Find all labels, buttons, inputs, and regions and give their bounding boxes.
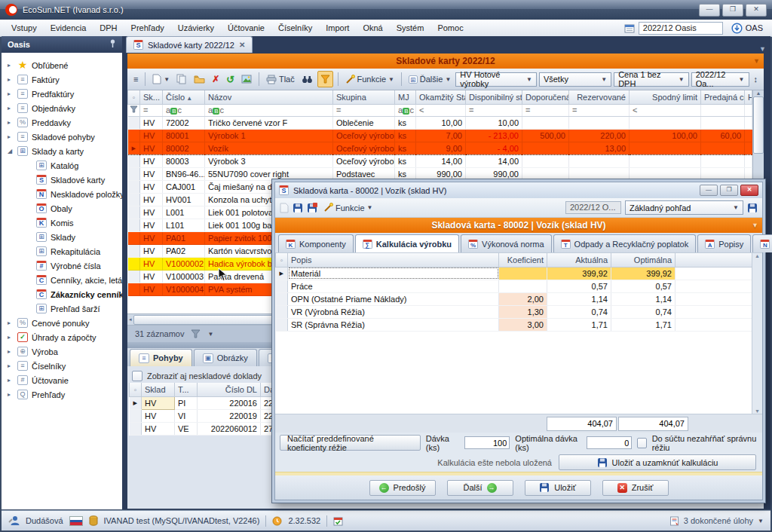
table-row[interactable]: OPN (Ostatné Priame Náklady)2,001,141,14 xyxy=(276,292,752,305)
save-button[interactable]: Uložiť xyxy=(525,480,591,496)
tab-komponenty[interactable]: KKomponenty xyxy=(278,234,354,252)
menu-účtovanie[interactable]: Účtovanie xyxy=(221,22,271,34)
filter-cell[interactable]: < xyxy=(630,104,701,116)
dialog-close-button[interactable]: ✕ xyxy=(740,185,758,196)
tree-expand-icon[interactable]: ▸ xyxy=(8,391,14,398)
menu-evidencia[interactable]: Evidencia xyxy=(44,22,93,34)
print-button[interactable]: Tlač xyxy=(264,72,297,87)
table-row[interactable]: HV80003Výrobok 3Oceľový výrobokks14,0014… xyxy=(128,154,752,167)
column-header-číslo[interactable]: Číslo ▲ xyxy=(163,90,205,104)
column-header-optimálna[interactable]: Optimálna xyxy=(611,253,676,267)
tab-netbiz[interactable]: NNetBiz xyxy=(752,234,772,252)
davka-input[interactable] xyxy=(464,436,510,449)
pin-icon[interactable] xyxy=(109,39,116,50)
menu-uzávierky[interactable]: Uzávierky xyxy=(171,22,221,34)
column-header-číslo-dl[interactable]: Číslo DL xyxy=(198,383,261,396)
column-options-button[interactable]: ↕ xyxy=(752,72,761,87)
toolbar-period-select[interactable]: 2022/12 Oa...▼ xyxy=(691,72,749,87)
sidebar-item-účtovanie[interactable]: ▸#Účtovanie xyxy=(2,373,122,387)
menu-systém[interactable]: Systém xyxy=(390,22,431,34)
sidebar-item-prehľad-šarží[interactable]: ⊞Prehľad šarží xyxy=(2,301,122,316)
tree-expand-icon[interactable]: ◢ xyxy=(8,148,14,154)
cell-popis[interactable]: OPN (Ostatné Priame Náklady) xyxy=(288,292,499,305)
sidebar-item-výroba[interactable]: ▸⊕Výroba xyxy=(2,344,122,359)
sidebar-item-zákaznícky-cenník[interactable]: CZákaznícky cenník xyxy=(2,287,122,301)
table-row[interactable]: HV80001Výrobok 1Oceľový výrobokks7,00- 2… xyxy=(128,129,752,142)
tree-expand-icon[interactable]: ▸ xyxy=(8,133,14,140)
dialog-maximize-button[interactable]: ❐ xyxy=(720,185,738,196)
cell-koeficient[interactable]: 1,30 xyxy=(499,305,547,318)
menu-dph[interactable]: DPH xyxy=(93,22,124,34)
show-nonstock-checkbox[interactable] xyxy=(132,371,142,381)
save-close-icon[interactable] xyxy=(307,203,317,213)
save-view-icon[interactable] xyxy=(747,203,758,213)
filter-cell[interactable]: aBc xyxy=(205,104,333,116)
sidebar-item-katal-g[interactable]: ⊞Katalóg xyxy=(2,158,122,173)
dialog-minimize-button[interactable]: — xyxy=(700,185,718,196)
tab-pohyby[interactable]: ≡Pohyby xyxy=(130,349,192,366)
filter-cell[interactable] xyxy=(701,104,745,116)
filter-funnel-icon[interactable] xyxy=(191,329,201,338)
sidebar-item-objednávky[interactable]: ▸≡Objednávky xyxy=(2,101,122,115)
tab-skladove-karty[interactable]: S Skladové karty 2022/12 ✕ xyxy=(126,36,253,53)
load-coefficients-button[interactable]: Načítať preddefinované koeficienty réžie xyxy=(280,435,421,451)
column-header-sklad[interactable]: Sklad xyxy=(142,383,175,396)
tree-expand-icon[interactable]: ▸ xyxy=(8,348,14,355)
copy-record-button[interactable] xyxy=(174,72,189,87)
cell-popis[interactable]: Materiál xyxy=(288,267,499,280)
sidebar-item-cenové-ponuky[interactable]: ▸%Cenové ponuky xyxy=(2,316,122,330)
menu-číselníky[interactable]: Číselníky xyxy=(271,22,319,34)
warehouse-select[interactable]: HV Hotové výrobky▼ xyxy=(455,72,537,87)
category-select[interactable]: Všetky▼ xyxy=(539,72,611,87)
filter-cell[interactable]: = xyxy=(333,104,395,116)
sidebar-item-neskladové-položky[interactable]: NNeskladové položky xyxy=(2,187,122,201)
menu-import[interactable]: Import xyxy=(319,22,356,34)
sidebar-item-faktúry[interactable]: ▸≡Faktúry xyxy=(2,72,122,87)
maximize-button[interactable]: ❐ xyxy=(722,4,743,17)
refresh-button[interactable]: ↺ xyxy=(224,72,237,87)
tree-expand-icon[interactable]: ▸ xyxy=(8,105,14,112)
funkcie-button[interactable]: Funkcie▼ xyxy=(343,72,397,87)
filter-button[interactable] xyxy=(317,71,333,87)
table-row[interactable]: ▸HV80002VozíkOceľový výrobokks9,00- 4,00… xyxy=(128,142,752,154)
column-header-predajná-cena[interactable]: Predajná cena xyxy=(701,90,745,104)
tree-expand-icon[interactable]: ▸ xyxy=(8,119,14,126)
filter-cell[interactable]: = xyxy=(569,104,630,116)
table-row[interactable]: VR (Výrobná Réžia)1,300,740,74 xyxy=(276,305,752,318)
table-row[interactable]: SR (Správna Réžia)3,001,711,71 xyxy=(276,318,752,331)
column-header-okamžitý-stav[interactable]: Okamžitý Stav xyxy=(416,90,466,104)
view-select[interactable]: Základný pohľad▼ xyxy=(625,200,743,215)
search-button[interactable] xyxy=(299,72,315,87)
column-header-disponibilný-stav[interactable]: Disponibilný stav xyxy=(466,90,522,104)
banner-chevron-icon[interactable]: ▼ xyxy=(752,222,758,229)
tree-expand-icon[interactable]: ▸ xyxy=(8,320,14,326)
column-header-sk[interactable]: Sk... xyxy=(140,90,163,104)
sidebar-item-obľúbené[interactable]: ▸★Obľúbené xyxy=(2,58,122,72)
filter-dropdown-icon[interactable]: ▼ xyxy=(207,331,213,338)
sidebar-item-prehľady[interactable]: ▸QPrehľady xyxy=(2,387,122,402)
cell-popis[interactable]: VR (Výrobná Réžia) xyxy=(288,305,499,318)
sidebar-item-skladové-karty[interactable]: SSkladové karty xyxy=(2,173,122,187)
filter-cell[interactable]: aBc xyxy=(163,104,205,116)
save-icon[interactable] xyxy=(293,203,303,213)
close-button[interactable]: ✕ xyxy=(746,4,767,17)
sidebar-item-rekapitulácia[interactable]: ⊞Rekapitulácia xyxy=(2,244,122,258)
new-document-icon[interactable] xyxy=(280,203,289,213)
tree-expand-icon[interactable]: ▸ xyxy=(8,62,14,69)
cell-popis[interactable]: SR (Správna Réžia) xyxy=(288,318,499,331)
dalsie-button[interactable]: ⊞ Ďalšie▼ xyxy=(406,72,454,87)
sidebar-item-číselníky[interactable]: ▸≡Číselníky xyxy=(2,359,122,373)
column-header-rezervované[interactable]: Rezervované xyxy=(569,90,630,104)
delete-record-button[interactable]: ✗ xyxy=(210,72,222,87)
tree-expand-icon[interactable]: ▸ xyxy=(8,90,14,97)
sidebar-item-predfaktúry[interactable]: ▸≡Predfaktúry xyxy=(2,87,122,101)
table-row[interactable]: HV72002Tričko červené vzor FOblečenieks1… xyxy=(128,116,752,129)
tab-close-icon[interactable]: ✕ xyxy=(239,41,245,49)
filter-cell[interactable] xyxy=(128,104,140,116)
column-header-spodný-limit[interactable]: Spodný limit xyxy=(630,90,701,104)
tab-popisy[interactable]: APopisy xyxy=(697,234,751,252)
dialog-vertical-scrollbar[interactable]: ▲▼ xyxy=(752,253,762,414)
column-header-skupina[interactable]: Skupina xyxy=(333,90,395,104)
filter-cell[interactable]: aBc xyxy=(395,104,416,116)
sidebar-item-preddavky[interactable]: ▸%Preddavky xyxy=(2,115,122,130)
